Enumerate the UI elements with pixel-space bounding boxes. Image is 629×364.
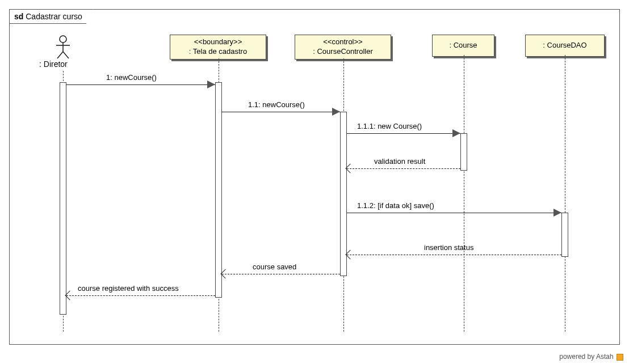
msg-112-line xyxy=(347,213,561,213)
msg-11-line xyxy=(222,112,340,112)
ret-1-line xyxy=(66,295,215,296)
arrow-open-icon xyxy=(65,291,75,300)
activation-tela xyxy=(215,82,222,298)
ret-11-label: course saved xyxy=(253,263,296,271)
arrow-open-icon xyxy=(221,269,230,279)
lifeline-box-dao: : CourseDAO xyxy=(525,35,605,57)
activation-controller xyxy=(340,112,347,276)
arrow-icon xyxy=(207,81,215,88)
stickman-icon xyxy=(54,35,72,60)
activation-diretor xyxy=(60,82,66,315)
msg-111-label: 1.1.1: new Course() xyxy=(357,122,422,130)
arrow-icon xyxy=(553,209,561,217)
activation-dao xyxy=(561,213,568,257)
lifeline-box-controller: <<control>> : CourseController xyxy=(295,35,391,60)
svg-line-4 xyxy=(63,52,69,58)
ret-111-line xyxy=(347,168,460,169)
msg-111-line xyxy=(347,133,460,134)
footer-text: powered by Astah xyxy=(559,353,613,361)
frame-title-tab: sd Cadastrar curso xyxy=(9,9,93,24)
stereotype-control: <<control>> xyxy=(300,37,386,47)
msg-1-label: 1: newCourse() xyxy=(106,73,157,82)
ret-112-line xyxy=(347,255,561,255)
activation-course xyxy=(460,133,467,171)
diagram-frame: sd Cadastrar curso : Diretor <<boundary>… xyxy=(9,9,620,345)
lifeline-box-course: : Course xyxy=(432,35,494,57)
actor-diretor-label: : Diretor xyxy=(39,60,68,69)
lifeline-course-name: : Course xyxy=(437,41,489,50)
msg-112-label: 1.1.2: [if data ok] save() xyxy=(357,201,434,210)
lifeline-box-tela: <<boundary>> : Tela de cadastro xyxy=(170,35,266,60)
msg-1-line xyxy=(66,84,215,85)
actor-diretor xyxy=(54,35,72,60)
lifeline-dao-name: : CourseDAO xyxy=(530,41,599,50)
frame-prefix: sd xyxy=(14,12,23,21)
lifeline-tela-name: : Tela de cadastro xyxy=(175,47,261,57)
ret-1-label: course registered with success xyxy=(78,284,179,293)
arrow-icon xyxy=(332,108,340,116)
lifeline-controller-name: : CourseController xyxy=(300,47,386,57)
frame-title: Cadastrar curso xyxy=(26,12,82,21)
ret-111-label: validation result xyxy=(374,157,425,166)
footer: powered by Astah xyxy=(559,353,623,361)
arrow-open-icon xyxy=(346,164,355,173)
ret-11-line xyxy=(222,274,340,274)
stereotype-boundary: <<boundary>> xyxy=(175,37,261,47)
lifeline-course xyxy=(464,55,464,332)
lifeline-dao xyxy=(565,55,565,332)
arrow-open-icon xyxy=(346,250,355,260)
svg-line-3 xyxy=(57,52,63,58)
astah-icon xyxy=(617,354,623,361)
svg-point-0 xyxy=(60,36,66,43)
msg-11-label: 1.1: newCourse() xyxy=(248,100,305,109)
ret-112-label: insertion status xyxy=(424,243,473,252)
arrow-icon xyxy=(452,129,460,137)
